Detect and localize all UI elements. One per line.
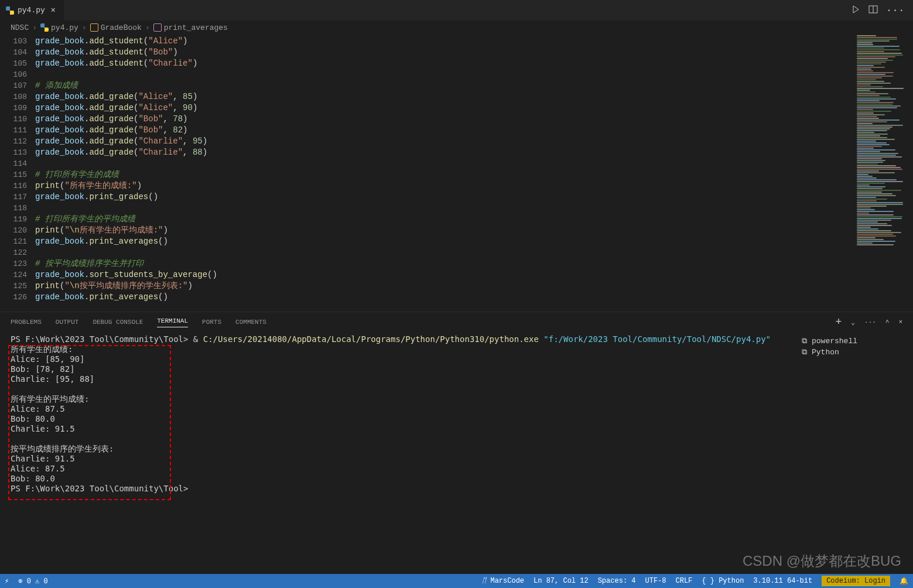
run-icon[interactable] bbox=[851, 5, 860, 16]
maximize-panel-icon[interactable]: ^ bbox=[885, 319, 890, 326]
sb-pyver[interactable]: 3.10.11 64-bit bbox=[753, 577, 812, 585]
terminal-icon: ⧉ bbox=[802, 348, 807, 357]
breadcrumb-file[interactable]: py4.py bbox=[51, 23, 78, 32]
code-content[interactable]: grade_book.add_student("Alice")grade_boo… bbox=[35, 35, 913, 312]
sb-marscode[interactable]: ᛖ MarsCode bbox=[482, 577, 524, 585]
chevron-down-icon[interactable]: ⌄ bbox=[851, 319, 855, 326]
sb-eol[interactable]: CRLF bbox=[676, 577, 693, 585]
chevron-right-icon: › bbox=[144, 23, 151, 32]
sb-spaces[interactable]: Spaces: 4 bbox=[598, 577, 636, 585]
sb-encoding[interactable]: UTF-8 bbox=[645, 577, 666, 585]
method-icon bbox=[153, 23, 162, 32]
terminal-item-powershell[interactable]: ⧉powershell bbox=[802, 336, 907, 347]
more-icon[interactable]: ··· bbox=[886, 5, 905, 16]
python-icon bbox=[40, 23, 49, 32]
sb-lncol[interactable]: Ln 87, Col 12 bbox=[534, 577, 589, 585]
breadcrumb-class[interactable]: GradeBook bbox=[101, 23, 142, 32]
tab-bar: py4.py × ··· bbox=[0, 0, 913, 20]
breadcrumb[interactable]: NDSC › py4.py › GradeBook › print_averag… bbox=[0, 20, 913, 35]
terminal-icon: ⧉ bbox=[802, 337, 807, 346]
close-panel-icon[interactable]: × bbox=[898, 319, 902, 326]
chevron-right-icon: › bbox=[31, 23, 38, 32]
tab-debug[interactable]: DEBUG CONSOLE bbox=[93, 319, 143, 326]
remote-icon[interactable]: ⚡ bbox=[5, 577, 9, 586]
editor-actions: ··· bbox=[843, 0, 913, 20]
chevron-right-icon: › bbox=[81, 23, 88, 32]
watermark: CSDN @做梦都在改BUG bbox=[743, 552, 901, 570]
terminal-list: ⧉powershell ⧉Python bbox=[796, 332, 913, 575]
tab-comments[interactable]: COMMENTS bbox=[235, 319, 266, 326]
file-tab[interactable]: py4.py × bbox=[0, 0, 64, 20]
minimap[interactable] bbox=[854, 35, 913, 312]
tab-output[interactable]: OUTPUT bbox=[56, 319, 79, 326]
tab-filename: py4.py bbox=[18, 6, 45, 15]
tab-terminal[interactable]: TERMINAL bbox=[157, 317, 188, 327]
sb-codeium[interactable]: Codeium: Login bbox=[822, 576, 890, 586]
panel-tabs: PROBLEMS OUTPUT DEBUG CONSOLE TERMINAL P… bbox=[0, 312, 913, 332]
breadcrumb-method[interactable]: print_averages bbox=[164, 23, 228, 32]
terminal-content[interactable]: PS F:\Work\2023 Tool\Community\Tool> & C… bbox=[0, 332, 796, 575]
tab-ports[interactable]: PORTS bbox=[202, 319, 221, 326]
python-icon bbox=[6, 6, 14, 15]
tab-problems[interactable]: PROBLEMS bbox=[11, 319, 42, 326]
sb-lang[interactable]: { } Python bbox=[702, 577, 744, 585]
notifications-icon[interactable]: 🔔 bbox=[900, 577, 908, 586]
terminal-item-python[interactable]: ⧉Python bbox=[802, 347, 907, 358]
class-icon bbox=[90, 23, 98, 32]
more-icon[interactable]: ··· bbox=[864, 319, 876, 326]
breadcrumb-root[interactable]: NDSC bbox=[11, 23, 29, 32]
line-gutter: 1031041051061071081091101111121131141151… bbox=[0, 35, 35, 312]
errors-warnings[interactable]: ⊗ 0 ⚠ 0 bbox=[18, 577, 47, 586]
new-terminal-icon[interactable]: + bbox=[836, 316, 842, 328]
close-icon[interactable]: × bbox=[49, 6, 58, 15]
split-editor-icon[interactable] bbox=[868, 5, 878, 16]
panel: PROBLEMS OUTPUT DEBUG CONSOLE TERMINAL P… bbox=[0, 312, 913, 575]
status-bar: ⚡ ⊗ 0 ⚠ 0 ᛖ MarsCode Ln 87, Col 12 Space… bbox=[0, 574, 913, 588]
editor[interactable]: 1031041051061071081091101111121131141151… bbox=[0, 35, 913, 312]
